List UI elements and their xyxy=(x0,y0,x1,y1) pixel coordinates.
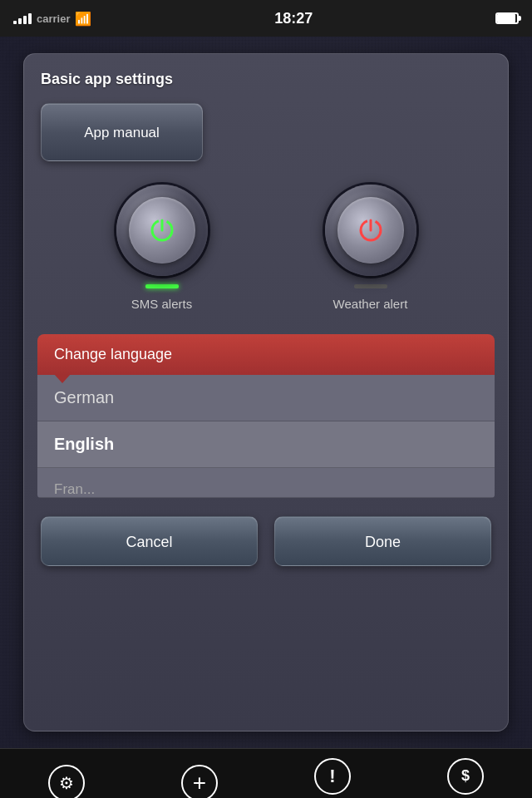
gear-icon: ⚙ xyxy=(48,765,85,798)
sms-indicator xyxy=(145,284,179,288)
dropdown-header-label: Change language xyxy=(54,346,172,362)
app-manual-button[interactable]: App manual xyxy=(41,103,203,161)
wifi-icon: 📶 xyxy=(75,11,91,27)
weather-power-knob[interactable] xyxy=(325,185,416,276)
settings-title: Basic app settings xyxy=(41,71,491,88)
sms-power-icon xyxy=(147,215,177,245)
language-dropdown[interactable]: Change language German English Fran... xyxy=(37,334,495,498)
language-option-german[interactable]: German xyxy=(37,375,495,421)
weather-power-icon xyxy=(356,215,386,245)
settings-card: Basic app settings App manual xyxy=(23,53,509,732)
language-option-french[interactable]: Fran... xyxy=(37,468,495,498)
dropdown-header[interactable]: Change language xyxy=(37,334,495,375)
language-option-english[interactable]: English xyxy=(37,421,495,468)
status-left: carrier 📶 xyxy=(13,11,91,27)
sms-power-knob[interactable] xyxy=(116,185,208,276)
tab-bar: ⚙ Info and options + Add device ! Curren… xyxy=(0,748,532,798)
signal-bars xyxy=(13,13,32,24)
add-icon: + xyxy=(181,765,218,798)
main-background: Basic app settings App manual xyxy=(0,37,532,748)
weather-alert-toggle[interactable]: Weather alert xyxy=(325,185,416,311)
dropdown-list: German English Fran... xyxy=(37,375,495,498)
sms-label: SMS alerts xyxy=(131,297,192,311)
tcs-icon: $ xyxy=(447,758,484,795)
toggles-row: SMS alerts Weather alert xyxy=(41,176,491,319)
sms-alerts-toggle[interactable]: SMS alerts xyxy=(116,185,208,311)
info-icon: ! xyxy=(314,758,351,795)
tab-current-info[interactable]: ! Current information xyxy=(266,758,399,798)
tab-tcs-legal[interactable]: $ T&Cs Legal notice xyxy=(399,758,532,798)
cancel-button[interactable]: Cancel xyxy=(41,516,258,566)
dropdown-arrow xyxy=(54,374,71,383)
battery-icon xyxy=(495,12,519,24)
status-time: 18:27 xyxy=(274,10,313,27)
tab-info-options[interactable]: ⚙ Info and options xyxy=(0,765,133,798)
status-bar: carrier 📶 18:27 xyxy=(0,0,532,37)
weather-label: Weather alert xyxy=(333,297,408,311)
carrier-label: carrier xyxy=(37,12,70,25)
done-button[interactable]: Done xyxy=(274,516,491,566)
weather-indicator xyxy=(354,284,387,288)
tab-add-device[interactable]: + Add device xyxy=(133,765,266,798)
action-buttons: Cancel Done xyxy=(41,516,491,566)
